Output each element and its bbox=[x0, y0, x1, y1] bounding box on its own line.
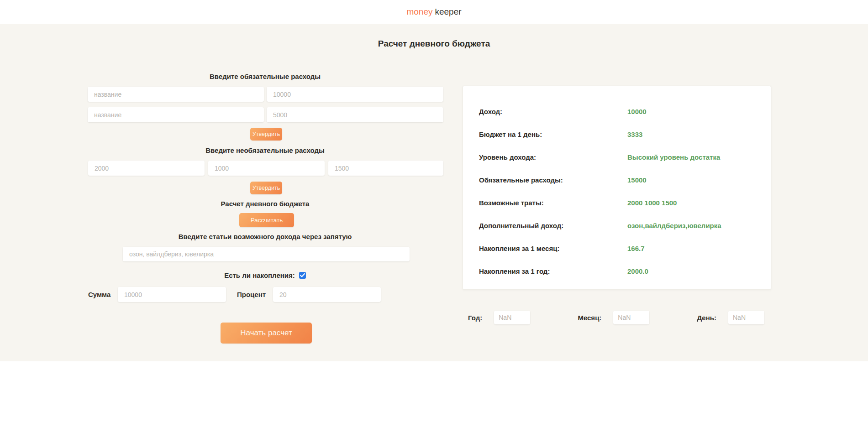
brand-rest: keeper bbox=[435, 7, 461, 17]
income-sources-label: Введите статьи возможного дохода через з… bbox=[87, 233, 443, 240]
page-footer bbox=[0, 361, 868, 427]
result-value: 2000 1000 1500 bbox=[627, 199, 677, 207]
date-row: Год: Месяц: День: bbox=[463, 310, 771, 325]
expense-name-input-1[interactable] bbox=[88, 87, 264, 102]
approve-optional-button[interactable]: Утвердить bbox=[250, 182, 282, 194]
sum-label: Сумма bbox=[88, 291, 110, 298]
year-input[interactable] bbox=[494, 311, 530, 324]
result-value: озон,вайлдбериз,ювелирка bbox=[627, 222, 721, 229]
month-label: Месяц: bbox=[578, 314, 601, 322]
expense-amount-input-2[interactable] bbox=[267, 107, 443, 122]
savings-fields-row: Сумма Процент bbox=[87, 287, 443, 302]
checkmark-icon bbox=[300, 273, 305, 277]
result-row-mandatory-expenses: Обязательные расходы: 15000 bbox=[479, 176, 771, 184]
budget-form: Введите обязательные расходы Утвердить В… bbox=[87, 24, 443, 361]
optional-expense-input-1[interactable] bbox=[88, 161, 205, 176]
result-value: 3333 bbox=[627, 130, 642, 138]
start-calculation-button[interactable]: Начать расчет bbox=[221, 323, 312, 344]
brand-accent: money bbox=[406, 7, 432, 17]
month-input[interactable] bbox=[613, 311, 649, 324]
income-sources-input[interactable] bbox=[123, 247, 410, 261]
savings-checkbox-label: Есть ли накопления: bbox=[224, 271, 295, 279]
mandatory-expenses-label: Введите обязательные расходы bbox=[87, 73, 443, 80]
result-value: 166.7 bbox=[627, 245, 645, 252]
date-group-day: День: bbox=[697, 311, 764, 324]
date-group-month: Месяц: bbox=[578, 311, 649, 324]
result-value: 2000.0 bbox=[627, 267, 648, 275]
results-card: Доход: 10000 Бюджет на 1 день: 3333 Уров… bbox=[463, 86, 771, 290]
result-value: 10000 bbox=[627, 108, 647, 115]
result-value: 15000 bbox=[627, 176, 647, 184]
app-header: money keeper bbox=[0, 0, 868, 24]
result-row-savings-month: Накопления за 1 месяц: 166.7 bbox=[479, 244, 771, 252]
result-value: Высокий уровень достатка bbox=[627, 153, 720, 161]
daily-budget-label: Расчет дневного бюджета bbox=[87, 200, 443, 208]
optional-expense-input-3[interactable] bbox=[328, 161, 443, 176]
result-row-daily-budget: Бюджет на 1 день: 3333 bbox=[479, 130, 771, 138]
date-group-year: Год: bbox=[468, 311, 530, 324]
result-row-income: Доход: 10000 bbox=[479, 107, 771, 115]
result-row-additional-income: Дополнительный доход: озон,вайлдбериз,юв… bbox=[479, 221, 771, 229]
result-label: Дополнительный доход: bbox=[479, 222, 627, 229]
day-input[interactable] bbox=[728, 311, 764, 324]
result-label: Доход: bbox=[479, 108, 627, 115]
result-label: Уровень дохода: bbox=[479, 153, 627, 161]
main-area: Расчет дневного бюджета Введите обязател… bbox=[0, 24, 868, 361]
result-row-possible-spending: Возможные траты: 2000 1000 1500 bbox=[479, 198, 771, 207]
calculate-button[interactable]: Рассчитать bbox=[239, 213, 294, 227]
optional-expenses-label: Введите необязательные расходы bbox=[87, 146, 443, 154]
percent-input[interactable] bbox=[273, 287, 381, 302]
savings-checkbox[interactable] bbox=[299, 272, 306, 279]
expense-name-input-2[interactable] bbox=[88, 107, 264, 122]
result-label: Бюджет на 1 день: bbox=[479, 130, 627, 138]
percent-label: Процент bbox=[237, 291, 266, 298]
sum-input[interactable] bbox=[118, 287, 226, 302]
result-row-income-level: Уровень дохода: Высокий уровень достатка bbox=[479, 153, 771, 161]
result-label: Возможные траты: bbox=[479, 199, 627, 207]
year-label: Год: bbox=[468, 314, 482, 322]
expense-amount-input-1[interactable] bbox=[267, 87, 443, 102]
approve-mandatory-button[interactable]: Утвердить bbox=[250, 128, 282, 141]
result-label: Накопления за 1 месяц: bbox=[479, 245, 627, 252]
result-label: Накопления за 1 год: bbox=[479, 267, 627, 275]
savings-checkbox-row: Есть ли накопления: bbox=[87, 271, 443, 280]
result-label: Обязательные расходы: bbox=[479, 176, 627, 184]
day-label: День: bbox=[697, 314, 716, 322]
result-row-savings-year: Накопления за 1 год: 2000.0 bbox=[479, 267, 771, 275]
optional-expense-input-2[interactable] bbox=[208, 161, 325, 176]
